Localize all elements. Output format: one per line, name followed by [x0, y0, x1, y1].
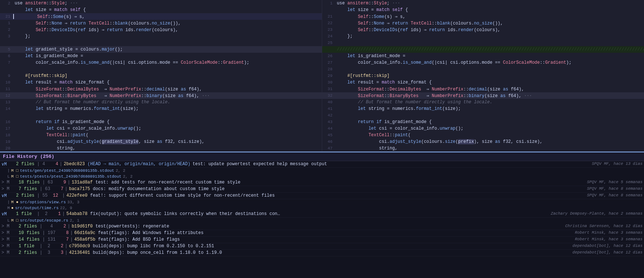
expand-icon[interactable]: > M [1, 237, 10, 242]
sub-row: L M □ src/output/escape.rs 2, 1 [0, 218, 644, 223]
code-line: 30 let result = match size_format { [322, 79, 644, 86]
code-line: let size = match self { [0, 7, 322, 13]
cursor [13, 14, 14, 19]
code-line: 43 return if is_gradient_mode { [322, 119, 644, 125]
code-line: 10 let result = match size_format { [0, 79, 322, 86]
editor-area: 2 use ansiterm::Style; ··· let size = ma… [0, 0, 644, 152]
code-line: 41 let string = numerics.format_int(size… [322, 105, 644, 112]
history-row[interactable]: > M 2 files | 4 2 | b19d61f0 test(powert… [0, 223, 644, 230]
code-line: 21 Self::Some(s) ⇒ s, [322, 13, 644, 20]
code-line: 19 csi.adjust_style(gradient_style, size… [0, 138, 322, 145]
expand-icon[interactable]: > M [1, 244, 10, 249]
history-row[interactable]: ∨M 1 file | 2 1 | 54abab78 fix(output): … [0, 211, 644, 218]
expand-icon[interactable]: ∨M [1, 193, 7, 199]
code-line: 47 string, [322, 145, 644, 151]
sub-row: M ● src/output/time.rs 22, 9 [0, 205, 644, 211]
sub-row: | M □ tests/gen/ptest_2439b7d68089135b.s… [0, 168, 644, 174]
code-line: 13 // But format the number directly usi… [0, 99, 322, 105]
code-line: 2 Self::DeviceIDs(ref ids) ⇒ return ids.… [0, 26, 322, 33]
history-row[interactable]: > M 7 files | 63 7 | baca7175 docs: modi… [0, 186, 644, 193]
expand-icon[interactable]: > M [1, 224, 10, 229]
code-line: 24 }; [322, 33, 644, 40]
code-line: 11 SizeFormat::DecimalBytes ⇒ NumberPref… [0, 86, 322, 92]
expand-icon[interactable]: > M [1, 180, 10, 185]
code-line: 2 use ansiterm::Style; ··· [0, 0, 322, 7]
history-row[interactable]: > M 18 files | 63 9 | 131ad8af test: add… [0, 179, 644, 186]
code-line: 46 csi.adjust_style(colours.size(prefix)… [322, 138, 644, 145]
code-line: 45 TextCell::paint( [322, 132, 644, 138]
code-line: 22 Self::None ⇒ return TextCell::blank(c… [322, 20, 644, 26]
code-line: 7 color_scale_info.is_some_and(|csi| csi… [0, 59, 322, 66]
code-line: 18 TextCell::paint( [0, 132, 322, 138]
code-line: 1 use ansiterm::Style; ··· [322, 0, 644, 7]
code-line: 29 #[rustfmt::skip] [322, 73, 644, 79]
history-row[interactable]: ∨M 2 files | 4 4 | 2bedc823 (HEAD → main… [0, 161, 644, 168]
panel-title: File History (256) [3, 154, 54, 159]
code-line: 23 Self::DeviceIDs(ref ids) ⇒ return ids… [322, 26, 644, 33]
code-line [0, 112, 322, 119]
code-line: 42 [322, 112, 644, 119]
history-row[interactable]: ∨M 2 files | 55 12 | 422efee0 feat!: sup… [0, 193, 644, 199]
code-line-highlighted: 12 SizeFormat::BinaryBytes ⇒ NumberPrefi… [0, 92, 322, 99]
history-row[interactable]: > M 10 files | 197 8 | 66d16a9c feat(fla… [0, 230, 644, 237]
panel-header: File History (256) [0, 152, 644, 161]
code-line: 26 let is_gradient_mode = [322, 53, 644, 59]
separator-line: ////////////////////////////////////////… [322, 46, 644, 53]
right-pane: 1 use ansiterm::Style; ··· let size = ma… [322, 0, 644, 151]
code-line-highlighted: 5 let gradient_style = colours.major(); [0, 46, 322, 53]
expand-icon[interactable]: ∨M [1, 211, 7, 217]
expand-icon[interactable]: ∨M [1, 162, 7, 167]
code-line: 20 string, [0, 145, 322, 151]
code-line: 27 color_scale_info.is_some_and(|csi| cs… [322, 59, 644, 66]
code-line: 9 #[rustfmt::skip] [0, 73, 322, 79]
code-line: 28 [322, 66, 644, 73]
history-row[interactable]: > M 14 files | 131 7 | 458a6f5b feat(fla… [0, 237, 644, 243]
left-pane: 2 use ansiterm::Style; ··· let size = ma… [0, 0, 322, 151]
sub-row: | M ● src/options/view.rs 33, 3 [0, 199, 644, 205]
code-line: 6 let is_gradient_mode = [0, 53, 322, 59]
left-code-scroll[interactable]: 2 use ansiterm::Style; ··· let size = ma… [0, 0, 322, 151]
code-line: 44 let csi = color_scale_info.unwrap(); [322, 125, 644, 132]
expand-icon[interactable]: > M [1, 250, 10, 255]
code-line [0, 40, 322, 46]
code-line: 17 let csi = color_scale_info.unwrap(); [0, 125, 322, 132]
right-code-scroll[interactable]: 1 use ansiterm::Style; ··· let size = ma… [322, 0, 644, 151]
code-line [0, 66, 322, 73]
history-row[interactable]: > M 1 file | 2 2 | c7950dc9 build(deps):… [0, 243, 644, 250]
code-line: 1 Self::None ⇒ return TextCell::blank(co… [0, 20, 322, 26]
code-line-highlighted: 32 SizeFormat::BinaryBytes ⇒ NumberPrefi… [322, 92, 644, 99]
code-line: let size = match self { [322, 7, 644, 13]
code-line: 14 let string = numerics.format_int(size… [0, 105, 322, 112]
expand-icon[interactable]: > M [1, 230, 10, 236]
bottom-panel[interactable]: File History (256) ∨M 2 files | 4 4 | 2b… [0, 152, 644, 278]
code-line: 40 // But format the number directly usi… [322, 99, 644, 105]
history-row[interactable]: > M 2 files | 3 3 | 42136401 build(deps)… [0, 250, 644, 256]
code-line: 25 [322, 40, 644, 46]
code-line: 3 }; [0, 33, 322, 40]
code-line-active: 21 Self::Some(s) ⇒ s, [0, 13, 322, 20]
code-line: 31 SizeFormat::DecimalBytes ⇒ NumberPref… [322, 86, 644, 92]
sub-row: L M □ tests/ptests/ptest_2439b7d68089135… [0, 174, 644, 179]
code-line: 16 return if is_gradient_mode { [0, 119, 322, 125]
expand-icon[interactable]: > M [1, 186, 10, 192]
